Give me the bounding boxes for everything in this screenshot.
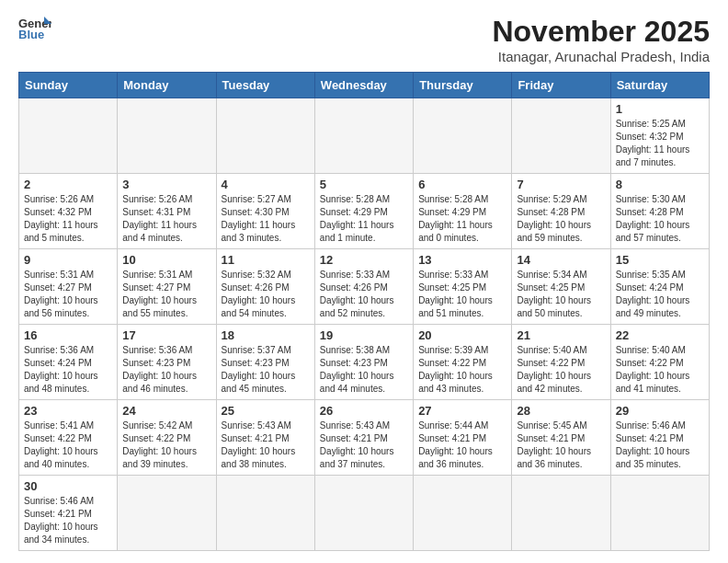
- calendar-cell: [216, 98, 314, 174]
- day-number: 18: [222, 328, 310, 342]
- day-info: Sunrise: 5:28 AM Sunset: 4:29 PM Dayligh…: [418, 193, 506, 245]
- calendar-cell: 17Sunrise: 5:36 AM Sunset: 4:23 PM Dayli…: [118, 325, 216, 400]
- day-info: Sunrise: 5:46 AM Sunset: 4:21 PM Dayligh…: [616, 419, 704, 471]
- calendar-cell: [314, 98, 413, 174]
- day-number: 28: [517, 404, 605, 418]
- calendar-cell: 27Sunrise: 5:44 AM Sunset: 4:21 PM Dayli…: [414, 400, 512, 476]
- day-number: 11: [222, 253, 310, 267]
- day-number: 9: [24, 253, 112, 267]
- calendar-cell: 13Sunrise: 5:33 AM Sunset: 4:25 PM Dayli…: [414, 249, 512, 325]
- calendar-cell: 18Sunrise: 5:37 AM Sunset: 4:23 PM Dayli…: [216, 325, 314, 400]
- calendar-cell: [414, 476, 512, 551]
- calendar-week-row: 30Sunrise: 5:46 AM Sunset: 4:21 PM Dayli…: [19, 476, 710, 551]
- day-number: 20: [418, 328, 506, 342]
- day-info: Sunrise: 5:36 AM Sunset: 4:23 PM Dayligh…: [122, 344, 210, 396]
- calendar-cell: 23Sunrise: 5:41 AM Sunset: 4:22 PM Dayli…: [19, 400, 118, 476]
- calendar-cell: [414, 98, 512, 174]
- day-info: Sunrise: 5:34 AM Sunset: 4:25 PM Dayligh…: [517, 269, 605, 320]
- day-info: Sunrise: 5:43 AM Sunset: 4:21 PM Dayligh…: [222, 419, 310, 471]
- day-number: 29: [616, 404, 704, 418]
- day-info: Sunrise: 5:40 AM Sunset: 4:22 PM Dayligh…: [616, 344, 704, 396]
- day-info: Sunrise: 5:31 AM Sunset: 4:27 PM Dayligh…: [122, 269, 210, 320]
- day-info: Sunrise: 5:33 AM Sunset: 4:26 PM Dayligh…: [320, 269, 408, 320]
- calendar-week-row: 2Sunrise: 5:26 AM Sunset: 4:32 PM Daylig…: [19, 174, 710, 249]
- calendar-cell: 22Sunrise: 5:40 AM Sunset: 4:22 PM Dayli…: [610, 325, 709, 400]
- calendar-cell: 20Sunrise: 5:39 AM Sunset: 4:22 PM Dayli…: [414, 325, 512, 400]
- day-info: Sunrise: 5:29 AM Sunset: 4:28 PM Dayligh…: [517, 193, 605, 245]
- day-number: 13: [418, 253, 506, 267]
- location-subtitle: Itanagar, Arunachal Pradesh, India: [492, 49, 710, 64]
- day-number: 8: [616, 178, 704, 191]
- calendar-cell: [118, 476, 216, 551]
- day-number: 2: [24, 178, 112, 191]
- calendar-cell: 26Sunrise: 5:43 AM Sunset: 4:21 PM Dayli…: [314, 400, 413, 476]
- calendar-cell: 16Sunrise: 5:36 AM Sunset: 4:24 PM Dayli…: [19, 325, 118, 400]
- day-info: Sunrise: 5:32 AM Sunset: 4:26 PM Dayligh…: [222, 269, 310, 320]
- weekday-header-tuesday: Tuesday: [216, 73, 314, 98]
- weekday-header-thursday: Thursday: [414, 73, 512, 98]
- day-info: Sunrise: 5:37 AM Sunset: 4:23 PM Dayligh…: [222, 344, 310, 396]
- page-header: General Blue November 2025 Itanagar, Aru…: [18, 15, 710, 64]
- calendar-cell: [216, 476, 314, 551]
- logo: General Blue: [18, 15, 51, 40]
- day-number: 24: [122, 404, 210, 418]
- svg-text:Blue: Blue: [18, 28, 44, 40]
- day-info: Sunrise: 5:44 AM Sunset: 4:21 PM Dayligh…: [418, 419, 506, 471]
- day-number: 17: [122, 328, 210, 342]
- day-info: Sunrise: 5:38 AM Sunset: 4:23 PM Dayligh…: [320, 344, 408, 396]
- calendar-week-row: 1Sunrise: 5:25 AM Sunset: 4:32 PM Daylig…: [19, 98, 710, 174]
- calendar-cell: [19, 98, 118, 174]
- calendar-cell: [118, 98, 216, 174]
- day-info: Sunrise: 5:26 AM Sunset: 4:31 PM Dayligh…: [122, 193, 210, 245]
- calendar-cell: 11Sunrise: 5:32 AM Sunset: 4:26 PM Dayli…: [216, 249, 314, 325]
- calendar-cell: 30Sunrise: 5:46 AM Sunset: 4:21 PM Dayli…: [19, 476, 118, 551]
- day-number: 6: [418, 178, 506, 191]
- day-number: 25: [222, 404, 310, 418]
- day-number: 3: [122, 178, 210, 191]
- day-info: Sunrise: 5:25 AM Sunset: 4:32 PM Dayligh…: [616, 118, 704, 169]
- weekday-header-friday: Friday: [512, 73, 610, 98]
- calendar-cell: 1Sunrise: 5:25 AM Sunset: 4:32 PM Daylig…: [610, 98, 709, 174]
- calendar-cell: 28Sunrise: 5:45 AM Sunset: 4:21 PM Dayli…: [512, 400, 610, 476]
- calendar-table: SundayMondayTuesdayWednesdayThursdayFrid…: [18, 72, 710, 551]
- calendar-cell: [314, 476, 413, 551]
- weekday-header-wednesday: Wednesday: [314, 73, 413, 98]
- day-info: Sunrise: 5:30 AM Sunset: 4:28 PM Dayligh…: [616, 193, 704, 245]
- weekday-header-saturday: Saturday: [610, 73, 709, 98]
- calendar-cell: [512, 476, 610, 551]
- calendar-cell: 2Sunrise: 5:26 AM Sunset: 4:32 PM Daylig…: [19, 174, 118, 249]
- calendar-cell: 25Sunrise: 5:43 AM Sunset: 4:21 PM Dayli…: [216, 400, 314, 476]
- day-number: 10: [122, 253, 210, 267]
- day-info: Sunrise: 5:40 AM Sunset: 4:22 PM Dayligh…: [517, 344, 605, 396]
- calendar-week-row: 9Sunrise: 5:31 AM Sunset: 4:27 PM Daylig…: [19, 249, 710, 325]
- day-number: 4: [222, 178, 310, 191]
- day-info: Sunrise: 5:33 AM Sunset: 4:25 PM Dayligh…: [418, 269, 506, 320]
- day-number: 22: [616, 328, 704, 342]
- calendar-cell: 24Sunrise: 5:42 AM Sunset: 4:22 PM Dayli…: [118, 400, 216, 476]
- day-info: Sunrise: 5:42 AM Sunset: 4:22 PM Dayligh…: [122, 419, 210, 471]
- weekday-header-row: SundayMondayTuesdayWednesdayThursdayFrid…: [19, 73, 710, 98]
- calendar-cell: 10Sunrise: 5:31 AM Sunset: 4:27 PM Dayli…: [118, 249, 216, 325]
- calendar-cell: 9Sunrise: 5:31 AM Sunset: 4:27 PM Daylig…: [19, 249, 118, 325]
- calendar-cell: 3Sunrise: 5:26 AM Sunset: 4:31 PM Daylig…: [118, 174, 216, 249]
- day-info: Sunrise: 5:28 AM Sunset: 4:29 PM Dayligh…: [320, 193, 408, 245]
- calendar-cell: [512, 98, 610, 174]
- day-info: Sunrise: 5:41 AM Sunset: 4:22 PM Dayligh…: [24, 419, 112, 471]
- calendar-cell: 5Sunrise: 5:28 AM Sunset: 4:29 PM Daylig…: [314, 174, 413, 249]
- day-number: 21: [517, 328, 605, 342]
- calendar-cell: 15Sunrise: 5:35 AM Sunset: 4:24 PM Dayli…: [610, 249, 709, 325]
- day-number: 7: [517, 178, 605, 191]
- day-info: Sunrise: 5:43 AM Sunset: 4:21 PM Dayligh…: [320, 419, 408, 471]
- calendar-cell: 8Sunrise: 5:30 AM Sunset: 4:28 PM Daylig…: [610, 174, 709, 249]
- day-number: 5: [320, 178, 408, 191]
- calendar-cell: [610, 476, 709, 551]
- day-number: 26: [320, 404, 408, 418]
- calendar-week-row: 16Sunrise: 5:36 AM Sunset: 4:24 PM Dayli…: [19, 325, 710, 400]
- day-info: Sunrise: 5:36 AM Sunset: 4:24 PM Dayligh…: [24, 344, 112, 396]
- weekday-header-monday: Monday: [118, 73, 216, 98]
- day-info: Sunrise: 5:35 AM Sunset: 4:24 PM Dayligh…: [616, 269, 704, 320]
- month-year-title: November 2025: [492, 15, 710, 49]
- day-number: 15: [616, 253, 704, 267]
- day-number: 30: [24, 479, 112, 493]
- general-blue-logo-icon: General Blue: [18, 15, 51, 40]
